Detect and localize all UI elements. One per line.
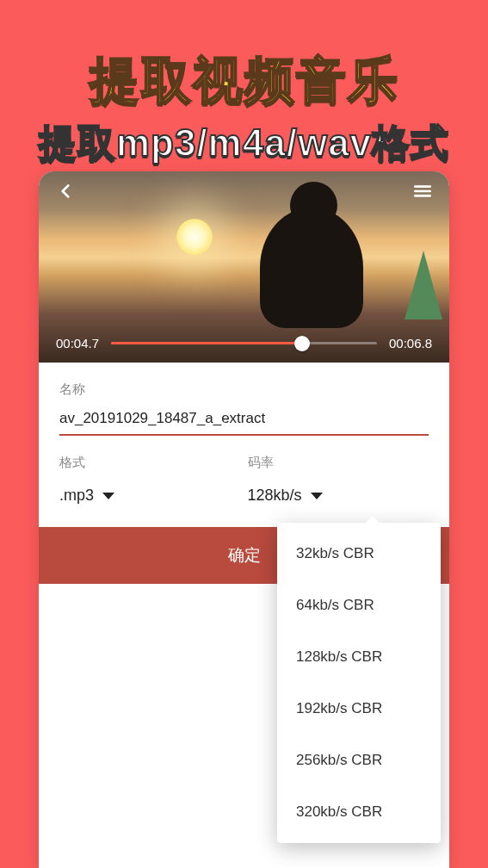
video-top-bar [39,180,449,202]
progress-fill [111,342,302,344]
duration: 00:06.8 [389,336,432,350]
tent-graphic [405,251,442,319]
bitrate-option[interactable]: 256kb/s CBR [277,735,441,786]
sun-graphic [176,219,213,255]
bitrate-option[interactable]: 32kb/s CBR [277,528,441,580]
video-controls: 00:04.7 00:06.8 [39,336,449,350]
bitrate-option[interactable]: 128kb/s CBR [277,631,441,683]
back-icon[interactable] [54,180,77,202]
person-silhouette [260,208,363,328]
video-preview[interactable]: 00:04.7 00:06.8 [39,171,449,363]
bitrate-option[interactable]: 64kb/s CBR [277,580,441,631]
progress-thumb[interactable] [294,336,310,351]
bitrate-option[interactable]: 320kb/s CBR [277,786,441,838]
bitrate-option[interactable]: 192kb/s CBR [277,683,441,735]
bitrate-dropdown: 32kb/s CBR 64kb/s CBR 128kb/s CBR 192kb/… [277,523,441,843]
bitrate-select[interactable]: 128kb/s [248,480,429,508]
caret-down-icon [311,493,323,499]
app-card: 00:04.7 00:06.8 名称 格式 .mp3 码率 128kb/s [39,171,449,868]
format-label: 格式 [59,455,241,471]
current-time: 00:04.7 [56,336,99,350]
form-area: 名称 格式 .mp3 码率 128kb/s 确定 32kb/s CBR [39,363,449,584]
bitrate-value: 128kb/s [248,487,302,505]
hero-subtitle: 提取mp3/m4a/wav格式 [0,118,488,169]
hero-header: 提取视频音乐 提取mp3/m4a/wav格式 [0,0,488,169]
format-select[interactable]: .mp3 [59,480,241,508]
name-input[interactable] [59,406,429,436]
progress-bar[interactable] [111,342,377,344]
name-label: 名称 [59,381,429,398]
bitrate-label: 码率 [248,455,429,471]
format-value: .mp3 [59,487,94,505]
caret-down-icon [102,493,114,499]
dropdown-arrow-icon [365,516,380,524]
hero-title: 提取视频音乐 [0,47,488,115]
menu-icon[interactable] [411,180,434,202]
